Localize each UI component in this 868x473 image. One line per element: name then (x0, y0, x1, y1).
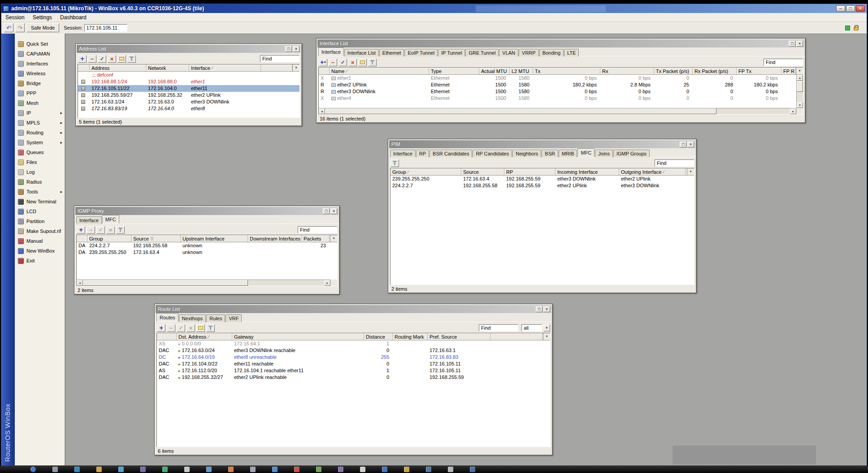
sidebar-item-exit[interactable]: Exit (15, 256, 65, 266)
route-filter-dropdown-icon[interactable]: ▼ (543, 324, 550, 331)
tab-bsr-candidates[interactable]: BSR Candidates (430, 150, 472, 157)
tab-interface-list[interactable]: Interface List (344, 49, 379, 56)
horizontal-scrollbar[interactable]: ◄ ► (77, 280, 330, 286)
sidebar-item-files[interactable]: Files (15, 157, 65, 167)
tab-neighbors[interactable]: Neighbors (512, 150, 541, 157)
column-header-upstream-interface[interactable]: Upstream Interface (181, 235, 248, 242)
sidebar-item-mesh[interactable]: Mesh (15, 98, 65, 108)
tab-vrrp[interactable]: VRRP (519, 49, 539, 56)
find-input[interactable]: Find (479, 324, 518, 331)
taskbar-app-8[interactable] (184, 467, 190, 472)
close-button[interactable]: × (856, 5, 865, 12)
tab-vrf[interactable]: VRF (226, 314, 242, 322)
undo-button[interactable]: ↶ (4, 23, 13, 32)
scroll-left-icon[interactable]: ◄ (319, 108, 325, 114)
tab-igmp-groups[interactable]: IGMP Groups (613, 150, 650, 157)
pim-mfc-row[interactable]: 239.255.255.250172.16.63.4192.168.255.59… (391, 176, 694, 182)
sidebar-item-interfaces[interactable]: Interfaces (15, 59, 65, 69)
sidebar-item-lcd[interactable]: LCD (15, 206, 65, 216)
column-header-rp[interactable]: RP (504, 168, 556, 175)
column-header-l2-mtu[interactable]: L2 MTU (510, 68, 533, 74)
sidebar-item-queues[interactable]: Queues (15, 147, 65, 157)
column-header-packets[interactable]: Packets (302, 235, 330, 242)
column-header-rx-packet-p-s[interactable]: Rx Packet (p/s) (693, 68, 737, 74)
sidebar-item-radius[interactable]: Radius (15, 177, 65, 187)
route-row[interactable]: DAC▸192.168.255.32/27ether2 UPlink reach… (157, 374, 550, 381)
taskbar[interactable] (0, 466, 868, 473)
sidebar-item-make-supout-rif[interactable]: Make Supout.rif (15, 226, 65, 236)
tab-ethernet[interactable]: Ethernet (379, 49, 404, 56)
tab-joins[interactable]: Joins (595, 150, 613, 157)
column-header-incoming-interface[interactable]: Incoming Interface (556, 168, 619, 175)
remove-icon[interactable]: − (88, 55, 96, 63)
scroll-right-icon[interactable]: ► (324, 280, 330, 286)
tab-routes[interactable]: Routes (156, 313, 178, 322)
column-header-group[interactable]: Group (87, 235, 131, 242)
taskbar-app-20[interactable] (448, 467, 453, 472)
column-header-group[interactable]: Group∕ (391, 168, 461, 175)
pim-titlebar[interactable]: PIM □ × (389, 140, 695, 148)
column-header-routing-mark[interactable]: Routing Mark (393, 333, 428, 340)
address-row[interactable]: 172.16.83.83/19172.16.64.0ether8 (78, 105, 299, 112)
column-select-icon[interactable]: ▾ (796, 68, 803, 74)
tab-interface[interactable]: Interface (76, 216, 102, 224)
column-header-flags[interactable] (319, 68, 330, 74)
igmp-proxy-titlebar[interactable]: IGMP Proxy □ × (75, 207, 339, 215)
column-header-interface[interactable]: Interface∕ (189, 64, 261, 71)
sidebar-item-bridge[interactable]: Bridge (15, 78, 65, 88)
sidebar-item-wireless[interactable]: Wireless (15, 69, 65, 78)
add-icon[interactable]: +▾ (319, 59, 327, 66)
close-icon[interactable]: × (687, 142, 694, 147)
comment-icon[interactable] (117, 55, 126, 63)
enable-icon[interactable]: ✓ (339, 59, 347, 66)
find-input[interactable]: Find (260, 55, 299, 62)
column-header-dst-address[interactable]: Dst. Address∕ (177, 333, 232, 340)
column-header-gateway[interactable]: Gateway (232, 333, 364, 340)
interface-row[interactable]: Rether3 DOWNlinkEthernet150015800 bps0 b… (319, 88, 796, 95)
app-titlebar[interactable]: admin@172.16.105.11 (MikroTik) - WinBox … (1, 4, 867, 13)
column-select-icon[interactable]: ▾ (543, 333, 550, 340)
find-input[interactable]: Find (764, 59, 803, 66)
restore-button[interactable]: □ (285, 46, 292, 52)
sidebar-item-new-winbox[interactable]: New WinBox (15, 246, 65, 256)
sidebar-item-tools[interactable]: Tools▸ (15, 187, 65, 197)
session-input[interactable]: 172.16.105.11 (84, 24, 127, 32)
filter-icon[interactable] (368, 59, 377, 66)
disable-icon[interactable]: × (108, 55, 116, 63)
sidebar-item-new-terminal[interactable]: New Terminal (15, 197, 65, 206)
sidebar-item-quick-set[interactable]: Quick Set (15, 39, 65, 49)
scroll-right-icon[interactable]: ► (790, 108, 796, 114)
column-select-icon[interactable]: ▾ (687, 168, 694, 175)
restore-button[interactable]: □ (323, 208, 330, 214)
scrollbar-thumb[interactable] (83, 280, 248, 286)
column-header-distance[interactable]: Distance (364, 333, 393, 340)
find-input[interactable]: Find (298, 226, 337, 233)
column-header-fp-tx[interactable]: FP Tx (737, 68, 781, 74)
tab-vlan[interactable]: VLAN (499, 49, 518, 56)
address-row[interactable]: 172.16.105.11/22172.16.104.0ether11 (78, 85, 299, 92)
taskbar-app-11[interactable] (250, 467, 256, 472)
taskbar-app-7[interactable] (162, 467, 168, 472)
column-header-address[interactable]: Address (90, 64, 146, 71)
sidebar-item-ppp[interactable]: PPP (15, 88, 65, 98)
tab-gre-tunnel[interactable]: GRE Tunnel (465, 49, 499, 56)
interface-row[interactable]: Xether4Ethernet150015800 bps0 bps000 bps (319, 95, 796, 102)
close-icon[interactable]: × (293, 46, 299, 52)
route-row[interactable]: AS▸172.16.112.0/20172.16.104.1 reachable… (157, 367, 550, 374)
column-header-outgoing-interface[interactable]: Outgoing Interface∕ (619, 168, 686, 175)
taskbar-app-16[interactable] (360, 467, 365, 472)
address-comment-row[interactable]: ;;; defconf (78, 72, 299, 78)
close-icon[interactable]: × (543, 306, 550, 312)
column-header-name[interactable]: Name∕ (330, 68, 429, 74)
add-icon[interactable]: + (78, 55, 87, 63)
comment-icon[interactable] (358, 59, 367, 66)
taskbar-app-2[interactable] (52, 467, 58, 472)
tab-rp[interactable]: RP (416, 150, 429, 157)
route-list-titlebar[interactable]: Route List □ × (156, 305, 551, 313)
menu-session[interactable]: Session (1, 13, 29, 22)
taskbar-app-17[interactable] (382, 467, 387, 472)
taskbar-app-21[interactable] (470, 467, 475, 472)
taskbar-app-3[interactable] (74, 467, 80, 472)
taskbar-app-13[interactable] (294, 467, 299, 472)
interface-row[interactable]: Rether2 UPlinkEthernet15001580180.2 kbps… (319, 82, 796, 88)
